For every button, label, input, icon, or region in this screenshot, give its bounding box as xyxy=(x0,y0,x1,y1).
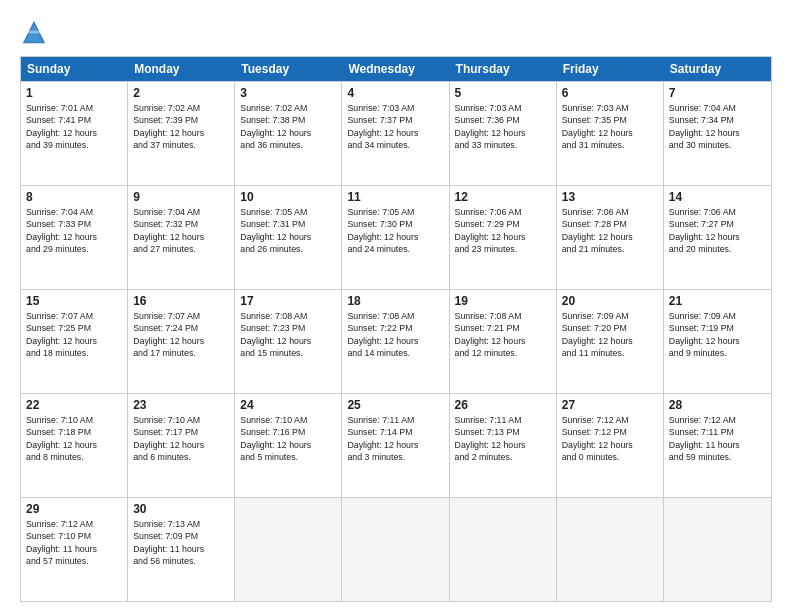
day-number: 29 xyxy=(26,502,122,516)
header-day-tuesday: Tuesday xyxy=(235,57,342,81)
logo-icon xyxy=(20,18,48,46)
header xyxy=(20,18,772,46)
day-number: 7 xyxy=(669,86,766,100)
day-cell-3: 3Sunrise: 7:02 AM Sunset: 7:38 PM Daylig… xyxy=(235,82,342,185)
week-row-5: 29Sunrise: 7:12 AM Sunset: 7:10 PM Dayli… xyxy=(21,497,771,601)
day-number: 26 xyxy=(455,398,551,412)
empty-cell xyxy=(450,498,557,601)
day-cell-10: 10Sunrise: 7:05 AM Sunset: 7:31 PM Dayli… xyxy=(235,186,342,289)
day-number: 18 xyxy=(347,294,443,308)
day-cell-2: 2Sunrise: 7:02 AM Sunset: 7:39 PM Daylig… xyxy=(128,82,235,185)
day-info: Sunrise: 7:06 AM Sunset: 7:28 PM Dayligh… xyxy=(562,206,658,255)
day-cell-8: 8Sunrise: 7:04 AM Sunset: 7:33 PM Daylig… xyxy=(21,186,128,289)
day-cell-12: 12Sunrise: 7:06 AM Sunset: 7:29 PM Dayli… xyxy=(450,186,557,289)
day-info: Sunrise: 7:01 AM Sunset: 7:41 PM Dayligh… xyxy=(26,102,122,151)
day-number: 14 xyxy=(669,190,766,204)
day-info: Sunrise: 7:09 AM Sunset: 7:19 PM Dayligh… xyxy=(669,310,766,359)
svg-rect-2 xyxy=(27,31,41,34)
day-cell-26: 26Sunrise: 7:11 AM Sunset: 7:13 PM Dayli… xyxy=(450,394,557,497)
day-cell-17: 17Sunrise: 7:08 AM Sunset: 7:23 PM Dayli… xyxy=(235,290,342,393)
calendar-body: 1Sunrise: 7:01 AM Sunset: 7:41 PM Daylig… xyxy=(21,81,771,601)
empty-cell xyxy=(235,498,342,601)
day-number: 4 xyxy=(347,86,443,100)
empty-cell xyxy=(664,498,771,601)
day-info: Sunrise: 7:06 AM Sunset: 7:27 PM Dayligh… xyxy=(669,206,766,255)
day-cell-6: 6Sunrise: 7:03 AM Sunset: 7:35 PM Daylig… xyxy=(557,82,664,185)
calendar-header: SundayMondayTuesdayWednesdayThursdayFrid… xyxy=(21,57,771,81)
day-number: 17 xyxy=(240,294,336,308)
day-cell-23: 23Sunrise: 7:10 AM Sunset: 7:17 PM Dayli… xyxy=(128,394,235,497)
day-number: 5 xyxy=(455,86,551,100)
day-cell-11: 11Sunrise: 7:05 AM Sunset: 7:30 PM Dayli… xyxy=(342,186,449,289)
empty-cell xyxy=(342,498,449,601)
day-number: 23 xyxy=(133,398,229,412)
day-cell-18: 18Sunrise: 7:08 AM Sunset: 7:22 PM Dayli… xyxy=(342,290,449,393)
day-info: Sunrise: 7:13 AM Sunset: 7:09 PM Dayligh… xyxy=(133,518,229,567)
day-info: Sunrise: 7:03 AM Sunset: 7:36 PM Dayligh… xyxy=(455,102,551,151)
day-info: Sunrise: 7:03 AM Sunset: 7:37 PM Dayligh… xyxy=(347,102,443,151)
header-day-thursday: Thursday xyxy=(450,57,557,81)
day-info: Sunrise: 7:07 AM Sunset: 7:25 PM Dayligh… xyxy=(26,310,122,359)
day-info: Sunrise: 7:02 AM Sunset: 7:38 PM Dayligh… xyxy=(240,102,336,151)
day-info: Sunrise: 7:02 AM Sunset: 7:39 PM Dayligh… xyxy=(133,102,229,151)
day-number: 19 xyxy=(455,294,551,308)
page: SundayMondayTuesdayWednesdayThursdayFrid… xyxy=(0,0,792,612)
day-info: Sunrise: 7:04 AM Sunset: 7:33 PM Dayligh… xyxy=(26,206,122,255)
day-number: 22 xyxy=(26,398,122,412)
day-cell-16: 16Sunrise: 7:07 AM Sunset: 7:24 PM Dayli… xyxy=(128,290,235,393)
day-cell-15: 15Sunrise: 7:07 AM Sunset: 7:25 PM Dayli… xyxy=(21,290,128,393)
day-number: 16 xyxy=(133,294,229,308)
day-info: Sunrise: 7:04 AM Sunset: 7:32 PM Dayligh… xyxy=(133,206,229,255)
day-cell-4: 4Sunrise: 7:03 AM Sunset: 7:37 PM Daylig… xyxy=(342,82,449,185)
day-number: 30 xyxy=(133,502,229,516)
day-number: 20 xyxy=(562,294,658,308)
day-info: Sunrise: 7:08 AM Sunset: 7:21 PM Dayligh… xyxy=(455,310,551,359)
day-info: Sunrise: 7:06 AM Sunset: 7:29 PM Dayligh… xyxy=(455,206,551,255)
day-cell-14: 14Sunrise: 7:06 AM Sunset: 7:27 PM Dayli… xyxy=(664,186,771,289)
header-day-sunday: Sunday xyxy=(21,57,128,81)
day-cell-19: 19Sunrise: 7:08 AM Sunset: 7:21 PM Dayli… xyxy=(450,290,557,393)
day-number: 11 xyxy=(347,190,443,204)
header-day-monday: Monday xyxy=(128,57,235,81)
day-number: 1 xyxy=(26,86,122,100)
week-row-4: 22Sunrise: 7:10 AM Sunset: 7:18 PM Dayli… xyxy=(21,393,771,497)
day-info: Sunrise: 7:05 AM Sunset: 7:31 PM Dayligh… xyxy=(240,206,336,255)
week-row-2: 8Sunrise: 7:04 AM Sunset: 7:33 PM Daylig… xyxy=(21,185,771,289)
day-info: Sunrise: 7:08 AM Sunset: 7:22 PM Dayligh… xyxy=(347,310,443,359)
header-day-wednesday: Wednesday xyxy=(342,57,449,81)
day-cell-13: 13Sunrise: 7:06 AM Sunset: 7:28 PM Dayli… xyxy=(557,186,664,289)
header-day-saturday: Saturday xyxy=(664,57,771,81)
day-number: 2 xyxy=(133,86,229,100)
day-info: Sunrise: 7:11 AM Sunset: 7:14 PM Dayligh… xyxy=(347,414,443,463)
day-info: Sunrise: 7:07 AM Sunset: 7:24 PM Dayligh… xyxy=(133,310,229,359)
day-info: Sunrise: 7:10 AM Sunset: 7:18 PM Dayligh… xyxy=(26,414,122,463)
week-row-3: 15Sunrise: 7:07 AM Sunset: 7:25 PM Dayli… xyxy=(21,289,771,393)
day-info: Sunrise: 7:03 AM Sunset: 7:35 PM Dayligh… xyxy=(562,102,658,151)
day-number: 24 xyxy=(240,398,336,412)
day-number: 27 xyxy=(562,398,658,412)
day-cell-22: 22Sunrise: 7:10 AM Sunset: 7:18 PM Dayli… xyxy=(21,394,128,497)
day-cell-27: 27Sunrise: 7:12 AM Sunset: 7:12 PM Dayli… xyxy=(557,394,664,497)
day-info: Sunrise: 7:04 AM Sunset: 7:34 PM Dayligh… xyxy=(669,102,766,151)
day-number: 3 xyxy=(240,86,336,100)
week-row-1: 1Sunrise: 7:01 AM Sunset: 7:41 PM Daylig… xyxy=(21,81,771,185)
day-number: 9 xyxy=(133,190,229,204)
day-cell-24: 24Sunrise: 7:10 AM Sunset: 7:16 PM Dayli… xyxy=(235,394,342,497)
day-info: Sunrise: 7:09 AM Sunset: 7:20 PM Dayligh… xyxy=(562,310,658,359)
day-number: 28 xyxy=(669,398,766,412)
day-info: Sunrise: 7:12 AM Sunset: 7:10 PM Dayligh… xyxy=(26,518,122,567)
empty-cell xyxy=(557,498,664,601)
header-day-friday: Friday xyxy=(557,57,664,81)
day-number: 21 xyxy=(669,294,766,308)
day-number: 15 xyxy=(26,294,122,308)
day-cell-7: 7Sunrise: 7:04 AM Sunset: 7:34 PM Daylig… xyxy=(664,82,771,185)
day-number: 8 xyxy=(26,190,122,204)
day-number: 25 xyxy=(347,398,443,412)
day-number: 10 xyxy=(240,190,336,204)
day-info: Sunrise: 7:05 AM Sunset: 7:30 PM Dayligh… xyxy=(347,206,443,255)
day-cell-9: 9Sunrise: 7:04 AM Sunset: 7:32 PM Daylig… xyxy=(128,186,235,289)
day-info: Sunrise: 7:11 AM Sunset: 7:13 PM Dayligh… xyxy=(455,414,551,463)
day-info: Sunrise: 7:10 AM Sunset: 7:17 PM Dayligh… xyxy=(133,414,229,463)
day-number: 13 xyxy=(562,190,658,204)
day-cell-1: 1Sunrise: 7:01 AM Sunset: 7:41 PM Daylig… xyxy=(21,82,128,185)
